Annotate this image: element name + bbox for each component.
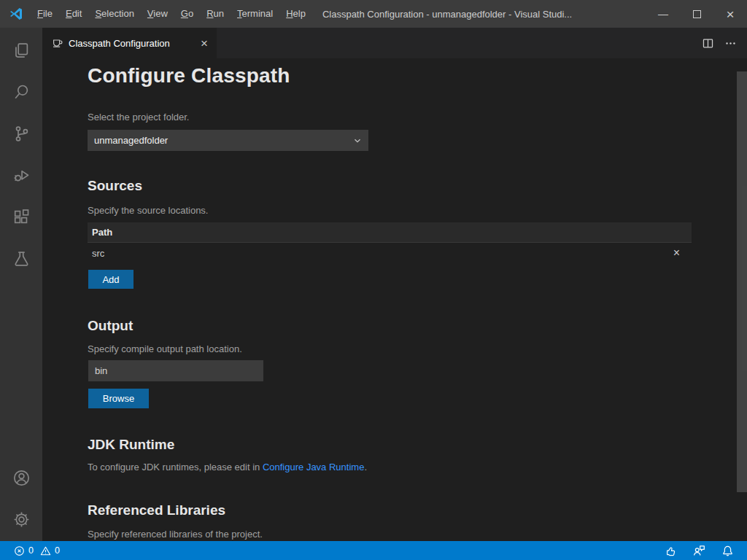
project-folder-selected-value: unmanagedfolder [94,135,352,146]
java-cup-icon [51,37,63,49]
output-heading: Output [88,318,133,334]
menu-go[interactable]: Go [174,0,200,28]
classpath-configuration-view: Configure Classpath Select the project f… [42,58,747,541]
settings-gear-icon[interactable] [0,500,42,538]
remove-source-icon[interactable]: × [673,247,680,259]
files-icon[interactable] [0,31,42,69]
account-icon[interactable] [0,459,42,497]
titlebar: File Edit Selection View Go Run Terminal… [0,0,747,28]
activity-bar [0,28,42,541]
thumbs-up-icon[interactable] [664,545,676,557]
output-description: Specify compile output path location. [88,343,242,354]
vscode-logo-icon [9,7,23,21]
error-icon [14,545,25,556]
project-folder-select[interactable]: unmanagedfolder [88,130,368,151]
close-icon[interactable]: × [713,0,747,28]
warning-count: 0 [55,545,60,556]
more-actions-icon[interactable] [724,37,737,50]
run-debug-icon[interactable] [0,156,42,194]
extensions-icon[interactable] [0,198,42,236]
error-count: 0 [28,545,34,556]
menu-view[interactable]: View [141,0,174,28]
referenced-libraries-heading: Referenced Libraries [88,502,225,518]
source-path-value: src [92,248,104,259]
project-folder-label: Select the project folder. [88,112,189,122]
add-source-button[interactable]: Add [88,270,133,289]
bell-icon[interactable] [721,545,734,557]
status-bar: 0 0 [0,541,747,560]
menu-edit[interactable]: Edit [59,0,88,28]
sources-heading: Sources [88,178,142,194]
vertical-scrollbar[interactable] [737,71,747,492]
tab-bar: Classpath Configuration × [42,28,747,58]
tab-classpath-configuration[interactable]: Classpath Configuration × [42,28,217,58]
minimize-icon[interactable]: — [646,0,680,28]
jdk-text-before: To configure JDK runtimes, please edit i… [88,462,263,472]
source-control-icon[interactable] [0,114,42,152]
chevron-down-icon [352,136,363,146]
sources-description: Specify the source locations. [88,205,208,216]
path-column-header: Path [92,227,112,238]
menu-help[interactable]: Help [279,0,312,28]
search-icon[interactable] [0,73,42,111]
configure-java-runtime-link[interactable]: Configure Java Runtime [263,462,364,472]
menu-terminal[interactable]: Terminal [231,0,279,28]
feedback-person-icon[interactable] [692,544,705,557]
maximize-icon[interactable] [680,0,713,28]
menu-file[interactable]: File [31,0,59,28]
referenced-libraries-description: Specify referenced libraries of the proj… [88,529,263,540]
menu-selection[interactable]: Selection [88,0,140,28]
testing-icon[interactable] [0,239,42,277]
window-title: Classpath Configuration - unmanagedfolde… [322,9,629,20]
problems-status[interactable]: 0 0 [14,545,60,556]
page-title: Configure Classpath [88,64,290,88]
jdk-runtime-heading: JDK Runtime [88,437,174,453]
tab-close-icon[interactable]: × [199,37,209,50]
tab-label: Classpath Configuration [69,38,193,49]
warning-icon [40,545,51,556]
source-path-row[interactable]: src × [88,243,692,263]
jdk-runtime-text: To configure JDK runtimes, please edit i… [88,462,367,472]
sources-table-header: Path [88,222,692,243]
split-editor-icon[interactable] [702,37,714,50]
output-path-input[interactable] [88,360,263,381]
menu-run[interactable]: Run [200,0,231,28]
jdk-text-after: . [364,462,367,472]
browse-output-button[interactable]: Browse [88,389,149,408]
